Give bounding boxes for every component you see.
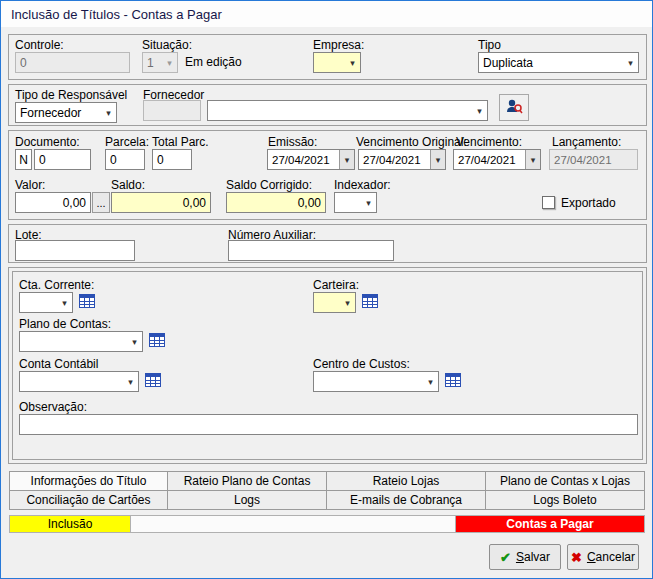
documento-tipo-field[interactable]: N <box>15 149 32 170</box>
tab-informacoes-do-titulo[interactable]: Informações do Título <box>9 471 168 491</box>
exportado-label[interactable]: Exportado <box>561 196 616 210</box>
lancamento-field: 27/04/2021 <box>549 149 638 170</box>
total-parc-label: Total Parc. <box>152 135 209 149</box>
table-lookup-icon <box>149 333 165 350</box>
exportado-checkbox[interactable] <box>542 196 555 209</box>
save-button[interactable]: ✔ Salvar <box>489 544 561 570</box>
situacao-select: 1 ▾ <box>142 52 178 73</box>
indexador-select[interactable]: ▾ <box>334 192 377 213</box>
tab-logs[interactable]: Logs <box>167 490 327 510</box>
centro-custos-value <box>314 372 423 391</box>
vencimento-value: 27/04/2021 <box>454 150 525 169</box>
indexador-value <box>335 193 361 212</box>
chevron-down-icon: ▾ <box>525 150 540 169</box>
cta-corrente-lookup-button[interactable] <box>76 292 98 312</box>
chevron-down-icon: ▾ <box>339 150 354 169</box>
controle-field: 0 <box>15 52 130 73</box>
parcela-field[interactable]: 0 <box>105 149 145 170</box>
carteira-label: Carteira: <box>313 278 359 292</box>
conta-contabil-value <box>20 372 123 391</box>
chevron-down-icon: ▾ <box>57 293 72 312</box>
tipo-responsavel-value: Fornecedor <box>16 103 101 122</box>
chevron-down-icon: ▾ <box>430 150 445 169</box>
cancel-button[interactable]: ✖ Cancelar <box>567 544 639 570</box>
situacao-status-text: Em edição <box>185 55 242 69</box>
chevron-down-icon: ▾ <box>623 53 638 72</box>
total-parc-field[interactable]: 0 <box>152 149 192 170</box>
chevron-down-icon: ▾ <box>340 293 355 312</box>
valor-detail-button[interactable]: ... <box>92 192 110 213</box>
cta-corrente-label: Cta. Corrente: <box>19 278 94 292</box>
tab-rateio-lojas[interactable]: Rateio Lojas <box>326 471 486 491</box>
table-lookup-icon <box>445 373 461 390</box>
table-lookup-icon <box>145 373 161 390</box>
plano-contas-lookup-button[interactable] <box>146 331 168 351</box>
tipo-responsavel-select[interactable]: Fornecedor ▾ <box>15 102 117 123</box>
fornecedor-select[interactable]: ▾ <box>207 100 488 121</box>
tab-conciliacao-de-cartoes[interactable]: Conciliação de Cartões <box>9 490 168 510</box>
observacao-label: Observação: <box>19 400 87 414</box>
valor-label: Valor: <box>15 178 45 192</box>
conta-contabil-label: Conta Contábil <box>19 357 98 371</box>
chevron-down-icon: ▾ <box>162 53 177 72</box>
conta-contabil-lookup-button[interactable] <box>142 371 164 391</box>
status-context-badge: Contas a Pagar <box>455 515 645 533</box>
lancamento-label: Lançamento: <box>552 135 621 149</box>
cta-corrente-value <box>20 293 57 312</box>
save-button-label: Salvar <box>516 550 550 564</box>
centro-custos-lookup-button[interactable] <box>442 371 464 391</box>
numero-auxiliar-field[interactable] <box>228 240 394 261</box>
situacao-value: 1 <box>143 53 162 72</box>
table-lookup-icon <box>362 294 378 311</box>
saldo-field[interactable]: 0,00 <box>111 192 211 213</box>
title-bar: Inclusão de Títulos - Contas a Pagar <box>1 1 652 28</box>
documento-field[interactable]: 0 <box>34 149 91 170</box>
chevron-down-icon: ▾ <box>423 372 438 391</box>
chevron-down-icon: ▾ <box>472 101 487 120</box>
conta-contabil-select[interactable]: ▾ <box>19 371 139 392</box>
empresa-label: Empresa: <box>313 38 364 52</box>
emissao-value: 27/04/2021 <box>268 150 339 169</box>
empresa-value <box>314 53 345 72</box>
tipo-select[interactable]: Duplicata ▾ <box>478 52 639 73</box>
centro-custos-select[interactable]: ▾ <box>313 371 439 392</box>
carteira-select[interactable]: ▾ <box>313 292 356 313</box>
documento-label: Documento: <box>15 135 80 149</box>
fornecedor-nome-value <box>208 101 472 120</box>
vencimento-original-datepicker[interactable]: 27/04/2021 ▾ <box>358 149 446 170</box>
valor-field[interactable]: 0,00 <box>15 192 91 213</box>
lote-field[interactable] <box>15 240 135 261</box>
vencimento-datepicker[interactable]: 27/04/2021 ▾ <box>453 149 541 170</box>
plano-contas-label: Plano de Contas: <box>19 317 111 331</box>
observacao-field[interactable] <box>19 414 638 435</box>
tipo-responsavel-label: Tipo de Responsável <box>15 88 127 102</box>
situacao-label: Situação: <box>142 38 192 52</box>
tipo-label: Tipo <box>478 38 501 52</box>
carteira-lookup-button[interactable] <box>359 292 381 312</box>
chevron-down-icon: ▾ <box>127 332 142 351</box>
controle-label: Controle: <box>15 38 64 52</box>
contact-search-icon <box>505 97 523 118</box>
check-icon: ✔ <box>500 550 511 565</box>
chevron-down-icon: ▾ <box>101 103 116 122</box>
tipo-value: Duplicata <box>479 53 623 72</box>
carteira-value <box>314 293 340 312</box>
empresa-select[interactable]: ▾ <box>313 52 361 73</box>
plano-contas-select[interactable]: ▾ <box>19 331 143 352</box>
centro-custos-label: Centro de Custos: <box>313 357 410 371</box>
tab-emails-de-cobranca[interactable]: E-mails de Cobrança <box>326 490 486 510</box>
dialog-window: Inclusão de Títulos - Contas a Pagar Con… <box>0 0 653 579</box>
tab-plano-de-contas-x-lojas[interactable]: Plano de Contas x Lojas <box>485 471 645 491</box>
chevron-down-icon: ▾ <box>123 372 138 391</box>
saldo-corrigido-field[interactable]: 0,00 <box>226 192 326 213</box>
saldo-label: Saldo: <box>111 178 145 192</box>
tab-rateio-plano-de-contas[interactable]: Rateio Plano de Contas <box>167 471 327 491</box>
fornecedor-search-button[interactable] <box>499 94 529 121</box>
tab-logs-boleto[interactable]: Logs Boleto <box>485 490 645 510</box>
emissao-label: Emissão: <box>268 135 317 149</box>
table-lookup-icon <box>79 294 95 311</box>
cta-corrente-select[interactable]: ▾ <box>19 292 73 313</box>
cross-icon: ✖ <box>571 550 582 565</box>
status-mode-badge: Inclusão <box>9 515 131 533</box>
emissao-datepicker[interactable]: 27/04/2021 ▾ <box>267 149 355 170</box>
